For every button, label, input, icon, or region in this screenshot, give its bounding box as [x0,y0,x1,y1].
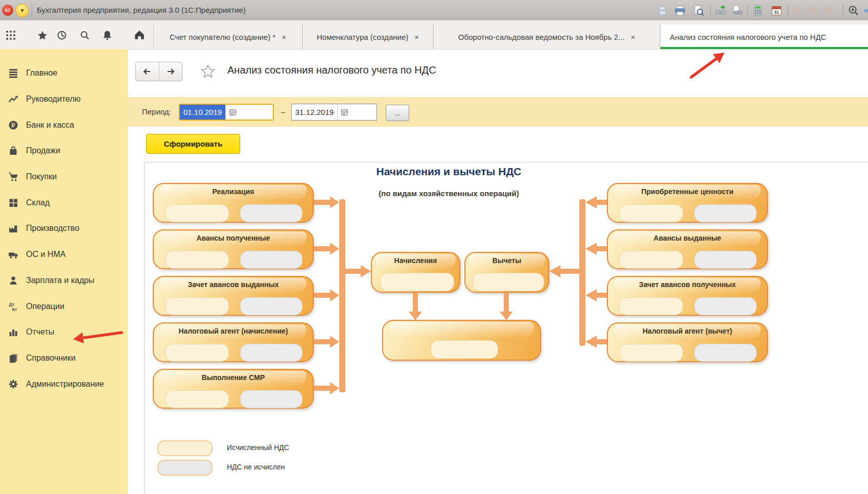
ruble-coin-icon: Р [7,119,19,131]
sidebar-item-administration[interactable]: Администрирование [0,371,128,397]
period-to-value: 31.12.2019 [292,104,337,120]
vat-computed-slot [619,297,683,315]
window-title: Бухгалтерия предприятия, редакция 3.0 (1… [37,0,246,20]
divider [843,4,843,16]
vat-not-computed-slot [694,251,757,269]
diagram-box-realization[interactable]: Реализация [153,183,314,223]
period-more-button[interactable]: ... [386,105,409,121]
search-icon[interactable] [79,29,91,41]
diagram-title: Начисления и вычеты НДС [335,166,562,178]
generate-report-button[interactable]: Сформировать [146,134,240,154]
divider [747,4,748,16]
sidebar-item-production[interactable]: Производство [0,216,128,242]
app-window: 1С ▼ Бухгалтерия предприятия, редакция 3… [0,0,868,494]
vat-not-computed-slot [240,204,302,222]
favorites-star-icon[interactable] [36,29,49,41]
divider [788,4,788,16]
main-menu-button[interactable]: ▼ [15,4,29,17]
memory-m-button[interactable]: M [793,6,799,14]
vat-not-computed-slot [240,390,302,408]
back-button[interactable] [136,62,159,81]
diagram-box-advances-received[interactable]: Авансы полученные [153,229,314,269]
close-icon[interactable]: × [281,33,286,41]
go-link-icon[interactable] [731,4,744,17]
diagram-box-advances-issued[interactable]: Авансы выданные [607,229,768,269]
memory-m-minus-button[interactable]: M- [825,6,833,14]
sidebar-item-salary[interactable]: Зарплата и кадры [0,268,128,294]
bar-chart-icon [7,326,19,338]
forward-button[interactable] [159,62,182,81]
calendar-icon[interactable]: 31 [770,4,783,17]
legend-not-computed-label: НДС не исчислен [227,463,285,471]
factory-icon [7,222,19,234]
vat-computed-slot [431,340,498,359]
vat-not-computed-slot [694,204,757,222]
legend-computed-label: Исчисленный НДС [227,443,289,452]
legend-computed-swatch [157,440,213,456]
zoom-in-icon[interactable] [847,4,860,17]
diagram-box-construction-works[interactable]: Выполнение СМР [153,369,314,409]
diagram-box-acquired-values[interactable]: Приобретенные ценности [607,183,768,223]
diagram-box-offset-advances-issued[interactable]: Зачет авансов выданных [153,276,314,316]
sidebar-item-directories[interactable]: Справочники [0,345,128,371]
vat-not-computed-slot [240,344,302,362]
debit-credit-icon: ДтКт [7,300,19,313]
sidebar-item-purchases[interactable]: Покупки [0,164,128,190]
notifications-bell-icon[interactable] [101,29,113,41]
sidebar-item-manager[interactable]: Руководителю [0,86,128,112]
sidebar-item-sales[interactable]: Продажи [0,138,128,164]
diagram-box-accruals[interactable]: Начисления [371,252,460,293]
get-link-icon[interactable] [714,4,728,17]
vat-not-computed-slot [240,297,302,315]
vat-computed-slot [165,204,229,222]
divider [32,4,32,16]
period-from-input[interactable]: 01.10.2019 [179,104,274,121]
menu-lines-icon [7,67,19,79]
sections-panel: Главное Руководителю Р Банк и касса Прод… [0,49,128,494]
diagram-box-offset-advances-received[interactable]: Зачет авансов полученных [607,276,768,316]
print-icon[interactable] [673,4,687,17]
service-menu-icon[interactable] [5,29,17,41]
close-icon[interactable]: × [630,33,635,41]
svg-text:Дт: Дт [9,302,15,307]
memory-m-plus-button[interactable]: M+ [808,6,818,14]
svg-text:Кт: Кт [12,307,17,312]
tab-trial-balance[interactable]: Оборотно-сальдовая ведомость за Ноябрь 2… [433,25,660,49]
period-to-input[interactable]: 31.12.2019 [291,104,377,121]
sidebar-item-reports[interactable]: Отчеты [0,319,128,345]
tab-nomenclature[interactable]: Номенклатура (создание) × [302,25,433,49]
vat-computed-slot [165,297,229,315]
sidebar-item-warehouse[interactable]: Склад [0,190,128,216]
sidebar-item-bank[interactable]: Р Банк и касса [0,112,128,138]
calendar-picker-icon[interactable] [337,104,351,120]
home-tab-icon[interactable] [133,29,146,41]
print-preview-icon[interactable] [692,4,706,17]
vat-computed-slot [165,344,229,362]
sidebar-item-main[interactable]: Главное [0,60,128,86]
diagram-box-deductions[interactable]: Вычеты [464,252,549,293]
vat-computed-slot [165,390,229,408]
diagram-box-tax-agent-deduction[interactable]: Налоговый агент (вычет) [607,322,768,362]
save-icon[interactable] [656,4,669,17]
clipped-toolbar-icon[interactable] [864,4,868,17]
sidebar-item-operations[interactable]: ДтКт Операции [0,293,128,319]
tab-label: Номенклатура (создание) [317,33,408,41]
favorite-star-button[interactable] [199,62,217,80]
tab-vat-analysis[interactable]: Анализ состояния налогового учета по НДС [660,25,868,49]
tab-invoice[interactable]: Счет покупателю (создание) * × [153,25,302,49]
vat-diagram-panel: Начисления и вычеты НДС (по видам хозяйс… [144,162,868,494]
history-icon[interactable] [56,29,68,41]
legend-not-computed-swatch [157,460,213,476]
diagram-box-tax-agent-accrual[interactable]: Налоговый агент (начисление) [153,322,314,362]
calculator-icon[interactable] [752,4,765,17]
history-nav-group [135,62,182,81]
tab-label: Оборотно-сальдовая ведомость за Ноябрь 2… [458,33,625,41]
close-icon[interactable]: × [414,33,419,41]
sidebar-item-fixed-assets[interactable]: ОС и НМА [0,242,128,268]
trend-chart-icon [7,93,19,105]
diagram-subtitle: (по видам хозяйственных операций) [335,189,562,198]
vat-computed-slot [619,251,683,269]
vat-computed-slot [619,204,683,222]
calendar-picker-icon[interactable] [225,105,240,120]
diagram-box-total[interactable] [382,320,541,361]
